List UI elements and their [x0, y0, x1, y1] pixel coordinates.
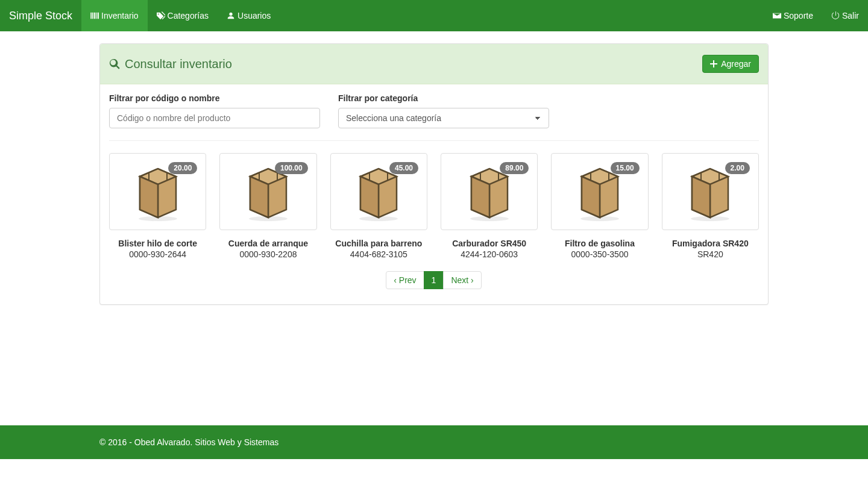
nav-salir[interactable]: Salir	[822, 0, 868, 31]
divider	[109, 140, 759, 141]
qty-badge: 2.00	[725, 162, 750, 174]
product-code: 0000-930-2644	[109, 249, 206, 259]
add-button[interactable]: Agregar	[702, 55, 759, 73]
product-grid: 20.00 Blister hilo de corte 0000-930-264…	[109, 153, 759, 259]
barcode-icon	[90, 11, 99, 20]
product-thumbnail: 2.00	[662, 153, 759, 230]
product-thumbnail: 20.00	[109, 153, 206, 230]
plus-icon	[710, 60, 717, 67]
page-prev[interactable]: ‹ Prev	[386, 271, 424, 289]
filter-code-label: Filtrar por código o nombre	[109, 93, 320, 103]
footer-text: © 2016 - Obed Alvarado. Sitios Web y Sis…	[99, 437, 278, 447]
nav-categorias[interactable]: Categorías	[148, 0, 218, 31]
qty-badge: 15.00	[611, 162, 640, 174]
product-code: SR420	[662, 249, 759, 259]
footer: © 2016 - Obed Alvarado. Sitios Web y Sis…	[0, 425, 868, 459]
power-icon	[831, 11, 840, 20]
user-icon	[227, 11, 235, 20]
page-next[interactable]: Next ›	[443, 271, 481, 289]
envelope-icon	[773, 11, 781, 20]
product-code: 4404-682-3105	[330, 249, 427, 259]
navbar: Simple Stock Inventario Categorías Usuar…	[0, 0, 868, 31]
product-thumbnail: 100.00	[219, 153, 316, 230]
qty-badge: 45.00	[389, 162, 418, 174]
product-card[interactable]: 20.00 Blister hilo de corte 0000-930-264…	[109, 153, 206, 259]
nav-left: Inventario Categorías Usuarios	[81, 0, 280, 31]
tags-icon	[157, 11, 165, 20]
qty-badge: 20.00	[168, 162, 197, 174]
panel-body: Filtrar por código o nombre Filtrar por …	[100, 84, 768, 304]
page-current[interactable]: 1	[424, 271, 444, 289]
product-name: Cuchilla para barreno	[330, 239, 427, 248]
product-name: Carburador SR450	[441, 239, 538, 248]
filter-category-label: Filtrar por categoría	[338, 93, 549, 103]
nav-inventario[interactable]: Inventario	[81, 0, 147, 31]
product-code: 4244-120-0603	[441, 249, 538, 259]
nav-usuarios[interactable]: Usuarios	[218, 0, 280, 31]
panel-title: Consultar inventario	[109, 57, 232, 71]
product-card[interactable]: 45.00 Cuchilla para barreno 4404-682-310…	[330, 153, 427, 259]
product-code: 0000-350-3500	[551, 249, 648, 259]
pagination: ‹ Prev 1 Next ›	[109, 271, 759, 289]
filter-code-group: Filtrar por código o nombre	[109, 93, 320, 128]
product-name: Filtro de gasolina	[551, 239, 648, 248]
product-thumbnail: 89.00	[441, 153, 538, 230]
panel-heading: Consultar inventario Agregar	[100, 44, 768, 84]
product-card[interactable]: 100.00 Cuerda de arranque 0000-930-2208	[219, 153, 316, 259]
nav-soporte[interactable]: Soporte	[764, 0, 822, 31]
product-card[interactable]: 89.00 Carburador SR450 4244-120-0603	[441, 153, 538, 259]
product-thumbnail: 45.00	[330, 153, 427, 230]
nav-right: Soporte Salir	[764, 0, 868, 31]
product-name: Cuerda de arranque	[219, 239, 316, 248]
product-code: 0000-930-2208	[219, 249, 316, 259]
product-card[interactable]: 2.00 Fumigadora SR420 SR420	[662, 153, 759, 259]
inventory-panel: Consultar inventario Agregar Filtrar por…	[99, 43, 769, 305]
filter-category-group: Filtrar por categoría Selecciona una cat…	[338, 93, 549, 128]
filter-category-select[interactable]: Selecciona una categoría	[338, 108, 549, 128]
product-name: Fumigadora SR420	[662, 239, 759, 248]
filter-code-input[interactable]	[109, 108, 320, 128]
product-name: Blister hilo de corte	[109, 239, 206, 248]
qty-badge: 100.00	[275, 162, 308, 174]
filters: Filtrar por código o nombre Filtrar por …	[109, 93, 759, 128]
qty-badge: 89.00	[500, 162, 529, 174]
brand[interactable]: Simple Stock	[0, 0, 81, 31]
search-icon	[109, 58, 120, 69]
product-card[interactable]: 15.00 Filtro de gasolina 0000-350-3500	[551, 153, 648, 259]
product-thumbnail: 15.00	[551, 153, 648, 230]
